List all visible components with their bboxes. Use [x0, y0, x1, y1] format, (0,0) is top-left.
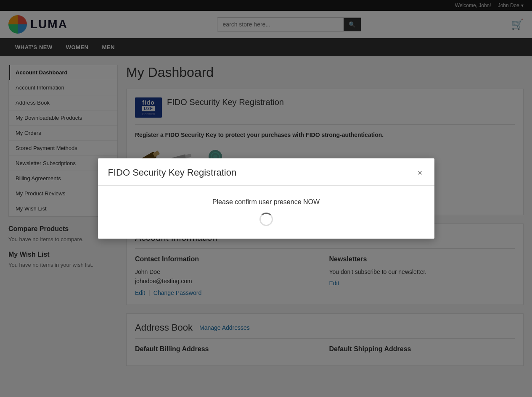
modal-body: Please confirm user presence NOW: [98, 186, 434, 239]
fido-registration-modal: FIDO Security Key Registration × Please …: [98, 158, 434, 239]
modal-overlay[interactable]: FIDO Security Key Registration × Please …: [0, 0, 532, 383]
modal-header: FIDO Security Key Registration ×: [98, 158, 434, 186]
modal-close-button[interactable]: ×: [416, 167, 424, 179]
modal-confirm-text: Please confirm user presence NOW: [212, 198, 320, 206]
modal-title: FIDO Security Key Registration: [108, 167, 237, 178]
loading-spinner: [259, 213, 273, 226]
